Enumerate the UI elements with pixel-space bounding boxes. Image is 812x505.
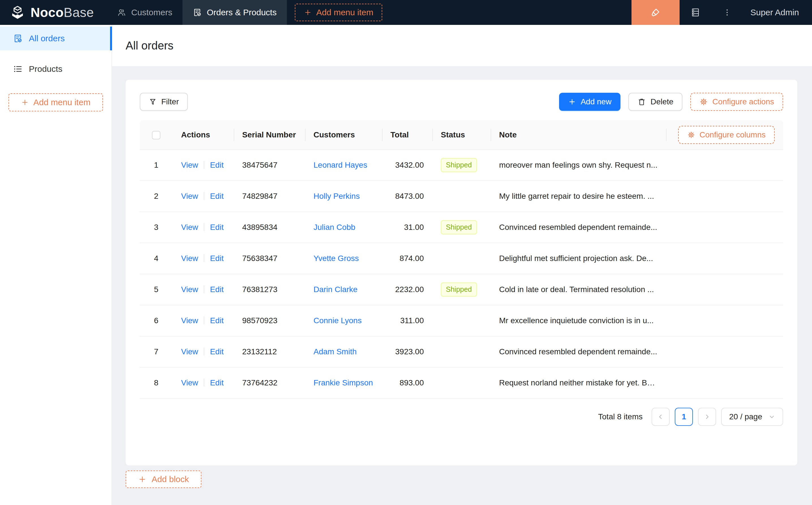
total-cell: 874.00	[382, 243, 432, 274]
edit-link[interactable]: Edit	[210, 254, 224, 263]
row-actions: ViewEdit	[172, 150, 234, 181]
row-index: 7	[140, 336, 172, 367]
customer-cell: Julian Cobb	[305, 212, 382, 243]
empty-cell	[666, 181, 783, 212]
page-size-select[interactable]: 20 / page	[721, 408, 783, 426]
table-row: 5 ViewEdit 76381273 Darin Clarke 2232.00…	[140, 274, 783, 305]
add-block-button[interactable]: Add block	[126, 471, 201, 488]
configure-actions-button[interactable]: Configure actions	[690, 93, 783, 111]
note-cell: Convinced resembled dependent remainde..…	[491, 336, 666, 367]
row-index: 3	[140, 212, 172, 243]
filter-button-label: Filter	[161, 97, 179, 106]
status-cell: Shipped	[432, 212, 491, 243]
navbar-add-menu-item-button[interactable]: Add menu item	[295, 4, 383, 21]
total-cell: 893.00	[382, 367, 432, 398]
tab-orders-products[interactable]: Orders & Products	[182, 0, 287, 25]
sidebar-item-label: Products	[29, 64, 62, 74]
next-page-button[interactable]	[698, 408, 716, 426]
customer-link[interactable]: Julian Cobb	[313, 223, 355, 231]
ui-editor-button[interactable]	[632, 0, 680, 25]
sidebar: All orders Products Add menu item	[0, 25, 112, 505]
navbar-add-menu-item-label: Add menu item	[316, 8, 374, 17]
top-navbar: NocoBase Customers Orders	[0, 0, 812, 25]
pagination: Total 8 items 1	[140, 408, 783, 426]
customer-link[interactable]: Yvette Gross	[313, 254, 359, 263]
configure-columns-button[interactable]: Configure columns	[678, 126, 775, 144]
nocobase-logo[interactable]: NocoBase	[0, 0, 107, 25]
column-header-serial-number: Serial Number	[234, 120, 305, 150]
total-cell: 3923.00	[382, 336, 432, 367]
chevron-right-icon	[704, 413, 710, 420]
note-cell: My little garret repair to desire he est…	[491, 181, 666, 212]
row-actions: ViewEdit	[172, 181, 234, 212]
tab-customers-label: Customers	[131, 8, 172, 17]
column-header-customers: Customers	[305, 120, 382, 150]
serial-number-cell: 73764232	[234, 367, 305, 398]
view-link[interactable]: View	[181, 347, 198, 356]
edit-link[interactable]: Edit	[210, 347, 224, 356]
customer-cell: Darin Clarke	[305, 274, 382, 305]
status-cell	[432, 243, 491, 274]
nocobase-logo-icon	[10, 5, 25, 20]
collections-database-button[interactable]	[680, 0, 711, 25]
serial-number-cell: 23132112	[234, 336, 305, 367]
customer-link[interactable]: Leonard Hayes	[313, 161, 367, 169]
page-title: All orders	[126, 39, 173, 52]
select-all-checkbox[interactable]	[152, 131, 160, 139]
plus-icon	[21, 99, 29, 106]
previous-page-button[interactable]	[652, 408, 670, 426]
orders-table-block: Filter Add new	[126, 80, 797, 465]
chevron-down-icon	[769, 413, 775, 420]
view-link[interactable]: View	[181, 316, 198, 325]
empty-cell	[666, 367, 783, 398]
table-header-row: Actions Serial Number Customers Total St…	[140, 120, 783, 150]
tab-customers[interactable]: Customers	[107, 0, 182, 25]
delete-button[interactable]: Delete	[628, 93, 682, 111]
user-menu[interactable]: Super Admin	[743, 0, 812, 25]
edit-link[interactable]: Edit	[210, 285, 224, 294]
edit-link[interactable]: Edit	[210, 378, 224, 387]
view-link[interactable]: View	[181, 378, 198, 387]
empty-cell	[666, 305, 783, 336]
page-number-button[interactable]: 1	[675, 408, 693, 426]
row-actions: ViewEdit	[172, 305, 234, 336]
customer-link[interactable]: Adam Smith	[313, 347, 357, 356]
column-header-status: Status	[432, 120, 491, 150]
sidebar-add-menu-item-button[interactable]: Add menu item	[8, 93, 103, 112]
sidebar-item-all-orders[interactable]: All orders	[0, 27, 112, 50]
view-link[interactable]: View	[181, 254, 198, 263]
customer-link[interactable]: Frankie Simpson	[313, 378, 373, 387]
brand-name-light: Base	[64, 5, 94, 20]
view-link[interactable]: View	[181, 192, 198, 200]
empty-cell	[666, 243, 783, 274]
edit-link[interactable]: Edit	[210, 223, 224, 231]
orders-file-icon	[13, 34, 23, 43]
status-cell	[432, 305, 491, 336]
column-header-actions: Actions	[172, 120, 234, 150]
customer-link[interactable]: Connie Lyons	[313, 316, 362, 325]
customer-link[interactable]: Darin Clarke	[313, 285, 358, 294]
view-link[interactable]: View	[181, 161, 198, 169]
highlighter-icon	[650, 7, 661, 18]
status-cell: Shipped	[432, 150, 491, 181]
column-header-total: Total	[382, 120, 432, 150]
customer-link[interactable]: Holly Perkins	[313, 192, 360, 200]
navbar-right-group: Super Admin	[632, 0, 812, 25]
edit-link[interactable]: Edit	[210, 161, 224, 169]
orders-file-icon	[193, 8, 202, 17]
empty-cell	[666, 274, 783, 305]
brand-name: NocoBase	[30, 6, 94, 19]
sidebar-add-menu-item-label: Add menu item	[33, 98, 91, 107]
note-cell: Delightful met sufficient projection ask…	[491, 243, 666, 274]
row-index: 6	[140, 305, 172, 336]
add-new-button[interactable]: Add new	[559, 93, 621, 111]
sidebar-item-products[interactable]: Products	[0, 57, 112, 81]
filter-button[interactable]: Filter	[140, 93, 188, 111]
view-link[interactable]: View	[181, 223, 198, 231]
more-options-button[interactable]	[711, 0, 743, 25]
status-badge: Shipped	[441, 220, 477, 234]
row-actions: ViewEdit	[172, 336, 234, 367]
view-link[interactable]: View	[181, 285, 198, 294]
edit-link[interactable]: Edit	[210, 192, 224, 200]
edit-link[interactable]: Edit	[210, 316, 224, 325]
